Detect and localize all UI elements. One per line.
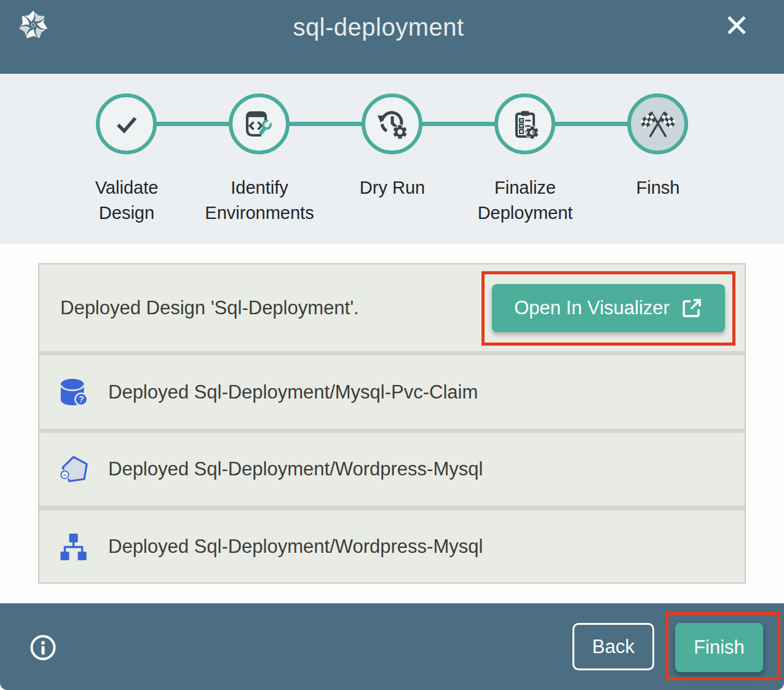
summary-row: Deployed Design 'Sql-Deployment'. Open I… [39,264,745,351]
step-circle-validate-design[interactable] [96,93,157,154]
back-button[interactable]: Back [572,623,654,670]
step-label-finsh: Finsh [600,175,716,200]
pentagon-icon [59,455,88,484]
stepper-connector [287,122,365,126]
row-separator [39,429,745,433]
code-window-wrench-icon [244,109,275,140]
close-icon[interactable] [722,10,751,40]
summary-text: Deployed Design 'Sql-Deployment'. [60,297,359,319]
open-in-visualizer-button[interactable]: Open In Visualizer [492,284,725,332]
step-circle-finalize-deployment[interactable] [494,93,555,154]
check-icon [113,111,140,138]
stepper-connector [154,122,232,126]
database-icon: ? [59,378,88,406]
deployed-resource-row: ? Deployed Sql-Deployment/Mysql-Pvc-Clai… [39,355,745,429]
modal-header: sql-deployment [0,0,784,74]
deployment-results-panel: Deployed Design 'Sql-Deployment'. Open I… [38,263,746,584]
step-circle-dry-run[interactable] [362,93,422,154]
stepper-connector [553,122,630,126]
hierarchy-icon [59,532,88,561]
finish-button[interactable]: Finish [675,623,763,672]
deployed-resource-text: Deployed Sql-Deployment/Wordpress-Mysql [108,536,483,558]
step-circle-finsh[interactable] [627,93,688,154]
dry-run-clock-gear-icon [376,108,408,140]
deployed-resource-row: Deployed Sql-Deployment/Wordpress-Mysql [39,510,745,582]
deployed-resource-text: Deployed Sql-Deployment/Mysql-Pvc-Claim [108,381,478,403]
step-label-finalize-deployment: Finalize Deployment [467,175,584,226]
svg-text:?: ? [79,394,84,404]
step-circle-identify-environments[interactable] [229,93,290,154]
deployed-resource-row: Deployed Sql-Deployment/Wordpress-Mysql [39,433,745,506]
external-link-icon [681,297,703,319]
wizard-stepper: Validate Design Identify Environments Dr… [0,74,784,244]
checkered-flags-icon [641,107,675,141]
row-separator [39,351,745,355]
row-separator [39,506,745,510]
step-label-identify-environments: Identify Environments [201,175,318,226]
deployment-wizard-modal: sql-deployment [0,0,784,690]
modal-footer: Back Finish [0,603,784,690]
info-icon[interactable] [30,635,56,660]
stepper-connector [420,122,497,126]
step-label-validate-design: Validate Design [68,175,185,226]
open-in-visualizer-label: Open In Visualizer [514,297,670,319]
clipboard-gear-icon [509,108,541,140]
modal-title: sql-deployment [0,14,757,41]
step-label-dry-run: Dry Run [334,175,451,200]
deployed-resource-text: Deployed Sql-Deployment/Wordpress-Mysql [108,458,483,480]
